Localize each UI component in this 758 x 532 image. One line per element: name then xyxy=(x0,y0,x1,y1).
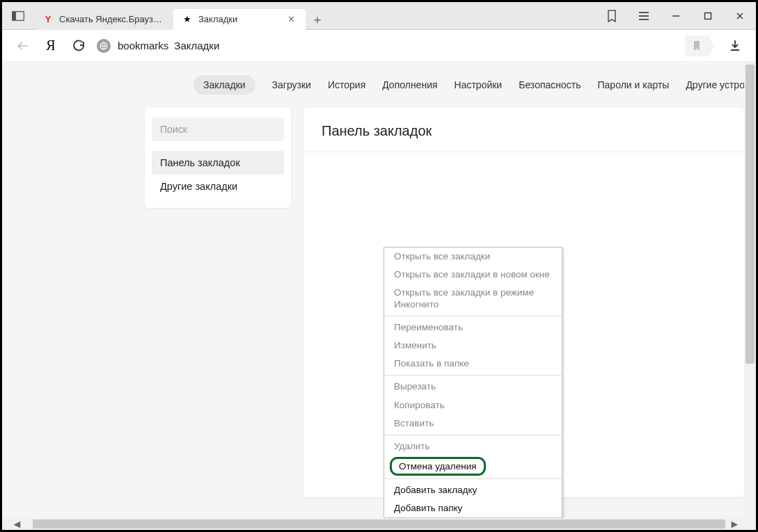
ctx-open-all-incognito[interactable]: Открыть все закладки в режиме Инкогнито xyxy=(384,284,562,313)
sidebar-item-bookmarks-bar[interactable]: Панель закладок xyxy=(152,151,284,175)
ctx-edit[interactable]: Изменить xyxy=(384,337,562,355)
star-icon: ★ xyxy=(182,14,193,25)
vertical-scrollbar[interactable] xyxy=(744,62,756,518)
ctx-cut[interactable]: Вырезать xyxy=(384,378,562,396)
downloads-button[interactable] xyxy=(721,30,749,62)
back-button[interactable] xyxy=(9,30,37,62)
menu-icon[interactable] xyxy=(628,2,660,30)
browser-tab-bar: Y Скачать Яндекс.Браузер д ★ Закладки ✕ … xyxy=(2,2,756,30)
nav-security[interactable]: Безопасность xyxy=(519,79,581,90)
ctx-copy[interactable]: Копировать xyxy=(384,396,562,414)
nav-settings[interactable]: Настройки xyxy=(455,79,503,90)
ctx-separator xyxy=(384,478,562,479)
bookmark-page-button[interactable] xyxy=(685,35,709,56)
scroll-right-icon[interactable]: ► xyxy=(729,518,741,530)
window-minimize-button[interactable] xyxy=(660,2,692,30)
bookmarks-content: Поиск Панель закладок Другие закладки Па… xyxy=(2,108,744,518)
ctx-paste[interactable]: Вставить xyxy=(384,414,562,433)
ctx-separator xyxy=(384,316,562,316)
bookmarks-sidebar: Поиск Панель закладок Другие закладки xyxy=(145,108,291,208)
address-bar-title: Закладки xyxy=(174,40,219,51)
ctx-undo-delete[interactable]: Отмена удаления xyxy=(384,456,562,476)
browser-tab[interactable]: Y Скачать Яндекс.Браузер д xyxy=(34,9,173,30)
ctx-separator xyxy=(384,435,562,435)
ctx-show-in-folder[interactable]: Показать в папке xyxy=(384,355,562,373)
window-close-button[interactable] xyxy=(724,2,756,30)
ctx-add-bookmark[interactable]: Добавить закладку xyxy=(384,481,562,499)
ctx-separator xyxy=(384,375,562,376)
yandex-home-button[interactable]: Я xyxy=(37,30,65,62)
settings-top-nav: Закладки Загрузки История Дополнения Нас… xyxy=(2,62,756,108)
svg-rect-1 xyxy=(13,12,16,20)
scroll-left-icon[interactable]: ◄ xyxy=(11,518,23,530)
nav-passwords[interactable]: Пароли и карты xyxy=(598,79,670,90)
svg-rect-2 xyxy=(705,13,711,19)
page-title: Панель закладок xyxy=(303,108,744,152)
tab-title: Скачать Яндекс.Браузер д xyxy=(59,14,166,24)
yandex-favicon-icon: Y xyxy=(42,14,54,25)
window-controls xyxy=(660,2,756,30)
ctx-open-all[interactable]: Открыть все закладки xyxy=(384,248,562,266)
window-maximize-button[interactable] xyxy=(692,2,724,30)
new-tab-button[interactable]: ＋ xyxy=(306,9,329,30)
divider xyxy=(303,152,744,152)
nav-downloads[interactable]: Загрузки xyxy=(272,79,311,90)
horizontal-scrollbar[interactable]: ◄ ► xyxy=(2,518,756,530)
close-tab-icon[interactable]: ✕ xyxy=(287,14,299,24)
bookmarks-search-input[interactable]: Поиск xyxy=(152,118,284,141)
browser-toolbar: Я bookmarks Закладки xyxy=(2,30,756,62)
address-bar-path: bookmarks xyxy=(118,40,168,51)
tab-title: Закладки xyxy=(198,14,283,24)
search-placeholder: Поиск xyxy=(160,124,187,135)
browser-tab-active[interactable]: ★ Закладки ✕ xyxy=(173,9,306,30)
ctx-open-all-new-window[interactable]: Открыть все закладки в новом окне xyxy=(384,266,562,284)
page-viewport: Закладки Загрузки История Дополнения Нас… xyxy=(2,62,756,518)
reading-list-icon[interactable] xyxy=(596,2,628,30)
nav-bookmarks[interactable]: Закладки xyxy=(194,75,255,95)
nav-history[interactable]: История xyxy=(328,79,365,90)
address-bar[interactable]: bookmarks Закладки xyxy=(97,39,219,53)
side-panel-icon[interactable] xyxy=(2,2,34,30)
reload-button[interactable] xyxy=(65,30,93,62)
ctx-add-folder[interactable]: Добавить папку xyxy=(384,499,562,517)
context-menu: Открыть все закладки Открыть все закладк… xyxy=(384,247,562,518)
sidebar-item-other-bookmarks[interactable]: Другие закладки xyxy=(152,175,284,198)
ctx-undo-delete-label: Отмена удаления xyxy=(390,457,486,476)
site-identity-icon xyxy=(97,39,111,53)
ctx-delete[interactable]: Удалить xyxy=(384,437,562,456)
nav-addons[interactable]: Дополнения xyxy=(382,79,437,90)
ctx-rename[interactable]: Переименовать xyxy=(384,319,562,337)
